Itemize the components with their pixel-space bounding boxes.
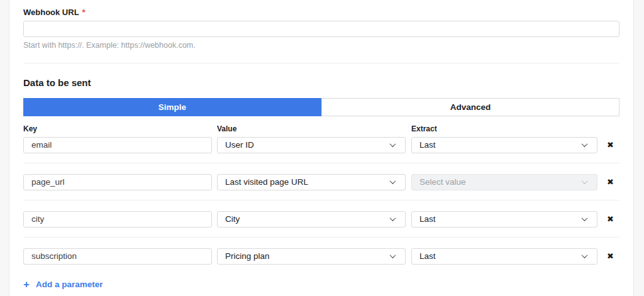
row-separator bbox=[23, 200, 619, 200]
chevron-down-icon bbox=[390, 215, 396, 221]
column-header-key: Key bbox=[23, 125, 212, 133]
extract-select[interactable]: Last bbox=[411, 211, 597, 227]
remove-row-button[interactable]: ✖ bbox=[607, 215, 614, 223]
value-select-text: Pricing plan bbox=[225, 251, 270, 261]
remove-row-button[interactable]: ✖ bbox=[607, 252, 614, 260]
extract-select-text: Last bbox=[419, 251, 436, 261]
webhook-url-helper-text: Start with https://. Example: https://we… bbox=[23, 41, 619, 50]
param-rows: User ID Last ✖ Last visited page URL Sel… bbox=[23, 137, 619, 265]
key-input[interactable] bbox=[23, 137, 212, 153]
remove-row-button[interactable]: ✖ bbox=[607, 178, 614, 186]
chevron-down-icon bbox=[582, 178, 588, 184]
value-select-text: City bbox=[225, 214, 240, 224]
param-row: Pricing plan Last ✖ bbox=[23, 248, 619, 265]
extract-select-text: Last bbox=[419, 140, 436, 150]
key-input[interactable] bbox=[23, 248, 212, 265]
webhook-url-label: Webhook URL* bbox=[23, 8, 619, 16]
plus-icon: + bbox=[23, 280, 30, 289]
extract-select-text: Last bbox=[419, 214, 436, 224]
add-parameter-label: Add a parameter bbox=[36, 280, 103, 289]
extract-select[interactable]: Last bbox=[411, 137, 597, 153]
value-select[interactable]: User ID bbox=[217, 137, 406, 153]
chevron-down-icon bbox=[582, 215, 588, 221]
value-select-text: User ID bbox=[225, 140, 254, 150]
mode-tabs: Simple Advanced bbox=[23, 98, 619, 116]
value-select[interactable]: Pricing plan bbox=[217, 248, 406, 265]
add-parameter-button[interactable]: + Add a parameter bbox=[23, 280, 103, 296]
chevron-down-icon bbox=[390, 252, 396, 258]
webhook-url-label-text: Webhook URL bbox=[23, 8, 79, 17]
tab-advanced[interactable]: Advanced bbox=[321, 98, 619, 116]
close-icon: ✖ bbox=[607, 140, 614, 150]
chevron-down-icon bbox=[390, 141, 396, 147]
extract-select-text: Select value bbox=[419, 177, 466, 187]
param-row: Last visited page URL Select value ✖ bbox=[23, 174, 619, 190]
data-section-title: Data to be sent bbox=[23, 63, 619, 87]
webhook-settings-panel: Webhook URL* Start with https://. Exampl… bbox=[9, 0, 634, 296]
key-input[interactable] bbox=[23, 174, 212, 190]
chevron-down-icon bbox=[582, 141, 588, 147]
webhook-url-input[interactable] bbox=[23, 21, 619, 37]
extract-select[interactable]: Last bbox=[411, 248, 597, 265]
tab-simple[interactable]: Simple bbox=[23, 98, 321, 116]
param-column-headers: Key Value Extract bbox=[23, 125, 619, 133]
value-select[interactable]: City bbox=[217, 211, 406, 227]
value-select[interactable]: Last visited page URL bbox=[217, 174, 406, 190]
close-icon: ✖ bbox=[607, 214, 614, 224]
row-separator bbox=[23, 237, 619, 238]
extract-select[interactable]: Select value bbox=[411, 174, 597, 190]
close-icon: ✖ bbox=[607, 251, 614, 261]
param-row: City Last ✖ bbox=[23, 211, 619, 227]
webhook-url-section: Webhook URL* Start with https://. Exampl… bbox=[23, 0, 619, 50]
close-icon: ✖ bbox=[607, 177, 614, 187]
chevron-down-icon bbox=[390, 178, 396, 184]
key-input[interactable] bbox=[23, 211, 212, 227]
column-header-extract: Extract bbox=[411, 125, 437, 133]
chevron-down-icon bbox=[582, 252, 588, 258]
param-row: User ID Last ✖ bbox=[23, 137, 619, 153]
value-select-text: Last visited page URL bbox=[225, 177, 308, 187]
row-separator bbox=[23, 163, 619, 163]
column-header-value: Value bbox=[217, 125, 406, 133]
required-asterisk: * bbox=[82, 8, 86, 17]
remove-row-button[interactable]: ✖ bbox=[607, 141, 614, 149]
